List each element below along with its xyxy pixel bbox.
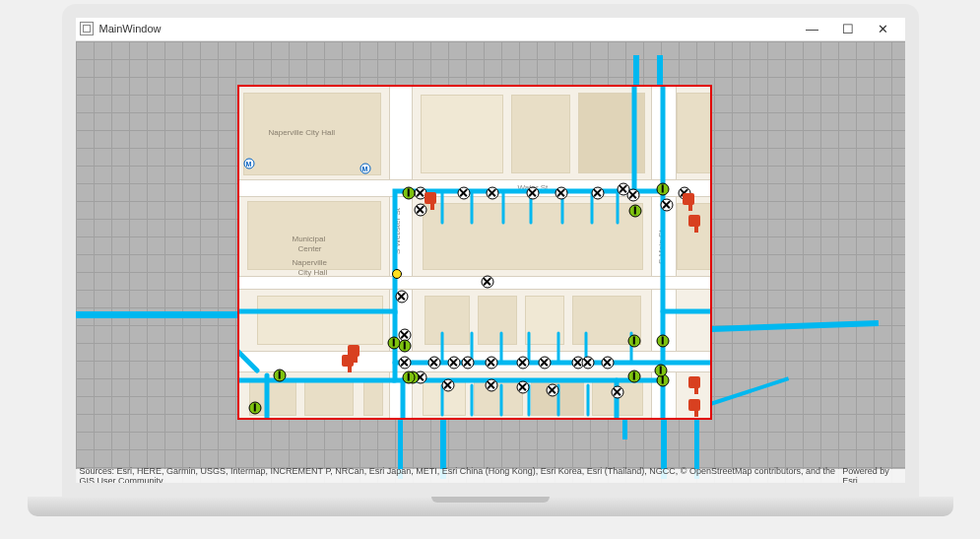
pipe-main: [622, 418, 627, 439]
valve-icon[interactable]: [546, 383, 558, 396]
pipe-main: [633, 55, 639, 89]
map-label-webster: S Webster St: [393, 208, 402, 254]
valve-icon[interactable]: [538, 356, 551, 369]
meter-icon[interactable]: M: [359, 163, 370, 173]
valve-icon[interactable]: [516, 380, 529, 393]
road: [237, 351, 712, 372]
fitting-icon[interactable]: [627, 334, 640, 347]
building: [525, 296, 564, 345]
junction-icon[interactable]: [392, 269, 402, 279]
map-label-municipal: Center: [298, 244, 322, 253]
building: [304, 380, 354, 416]
fitting-icon[interactable]: [402, 186, 415, 199]
hydrant-icon[interactable]: [683, 193, 694, 205]
fitting-icon[interactable]: [656, 182, 669, 195]
map-viewport[interactable]: Naperville City Hall Municipal Center Na…: [76, 41, 905, 483]
attribution-sources: Sources: Esri, HERE, Garmin, USGS, Inter…: [80, 466, 843, 483]
valve-icon[interactable]: [660, 198, 673, 211]
fitting-icon[interactable]: [627, 370, 640, 382]
valve-icon[interactable]: [414, 203, 426, 216]
map-label-municipal: Municipal: [293, 235, 326, 243]
building: [257, 296, 383, 345]
map-label-municipal: Naperville: [293, 258, 328, 267]
window-title: MainWindow: [99, 23, 162, 34]
building: [421, 95, 503, 173]
valve-icon[interactable]: [617, 182, 629, 195]
hydrant-icon[interactable]: [348, 345, 359, 357]
valve-icon[interactable]: [395, 290, 408, 303]
hydrant-icon[interactable]: [688, 215, 700, 227]
building: [478, 296, 517, 345]
building: [677, 203, 712, 270]
pipe-main: [703, 376, 789, 408]
building: [474, 380, 523, 416]
building: [425, 296, 470, 345]
pipe-main: [657, 55, 663, 89]
valve-icon[interactable]: [601, 356, 614, 369]
app-icon: [80, 22, 94, 35]
valve-icon[interactable]: [481, 275, 493, 288]
laptop-screen: MainWindow — ☐ ✕: [62, 4, 919, 497]
valve-icon[interactable]: [457, 186, 470, 199]
valve-icon[interactable]: [555, 186, 567, 199]
valve-icon[interactable]: [427, 356, 440, 369]
fitting-icon[interactable]: [273, 369, 286, 381]
maximize-button[interactable]: ☐: [830, 17, 866, 40]
laptop-base: [28, 497, 953, 516]
valve-icon[interactable]: [485, 356, 497, 369]
building: [677, 93, 712, 173]
meter-icon[interactable]: M: [301, 419, 312, 420]
map-label-municipal: City Hall: [298, 268, 328, 277]
road: [237, 276, 712, 290]
hydrant-icon[interactable]: [688, 376, 700, 388]
valve-icon[interactable]: [486, 186, 498, 199]
valve-icon[interactable]: [581, 356, 594, 369]
meter-icon[interactable]: M: [243, 158, 254, 168]
close-button[interactable]: ✕: [866, 17, 901, 40]
fitting-icon[interactable]: [654, 364, 667, 376]
laptop-notch: [431, 497, 550, 503]
fitting-icon[interactable]: [402, 371, 415, 383]
valve-icon[interactable]: [526, 186, 539, 199]
road: [237, 179, 712, 197]
valve-icon[interactable]: [398, 356, 411, 369]
fitting-icon[interactable]: [656, 334, 669, 347]
building: [423, 203, 643, 270]
valve-icon[interactable]: [516, 356, 529, 369]
minimize-button[interactable]: —: [795, 17, 830, 40]
hydrant-icon[interactable]: [688, 399, 700, 411]
app-window: MainWindow — ☐ ✕: [76, 18, 905, 483]
title-bar[interactable]: MainWindow — ☐ ✕: [76, 18, 905, 41]
valve-icon[interactable]: [591, 186, 604, 199]
valve-icon[interactable]: [441, 378, 454, 391]
valve-icon[interactable]: [447, 356, 460, 369]
building: [363, 380, 383, 416]
hydrant-icon[interactable]: [425, 192, 436, 204]
valve-icon[interactable]: [485, 378, 497, 391]
building: [511, 95, 570, 173]
basemap[interactable]: Naperville City Hall Municipal Center Na…: [237, 85, 712, 420]
building: [578, 93, 645, 173]
map-label-cityhall: Naperville City Hall: [269, 128, 336, 137]
valve-icon[interactable]: [611, 385, 623, 398]
attribution-bar: Sources: Esri, HERE, Garmin, USGS, Inter…: [76, 469, 905, 483]
meter-icon[interactable]: M: [490, 419, 501, 420]
pipe-main: [76, 311, 243, 318]
fitting-icon[interactable]: [628, 204, 641, 217]
attribution-powered[interactable]: Powered by Esri: [842, 466, 900, 483]
valve-icon[interactable]: [461, 356, 474, 369]
pipe-main: [710, 320, 878, 332]
fitting-icon[interactable]: [387, 336, 400, 349]
laptop-mockup: MainWindow — ☐ ✕: [47, 4, 934, 536]
fitting-icon[interactable]: [248, 401, 261, 414]
map-label-main: S Main St: [657, 230, 666, 264]
